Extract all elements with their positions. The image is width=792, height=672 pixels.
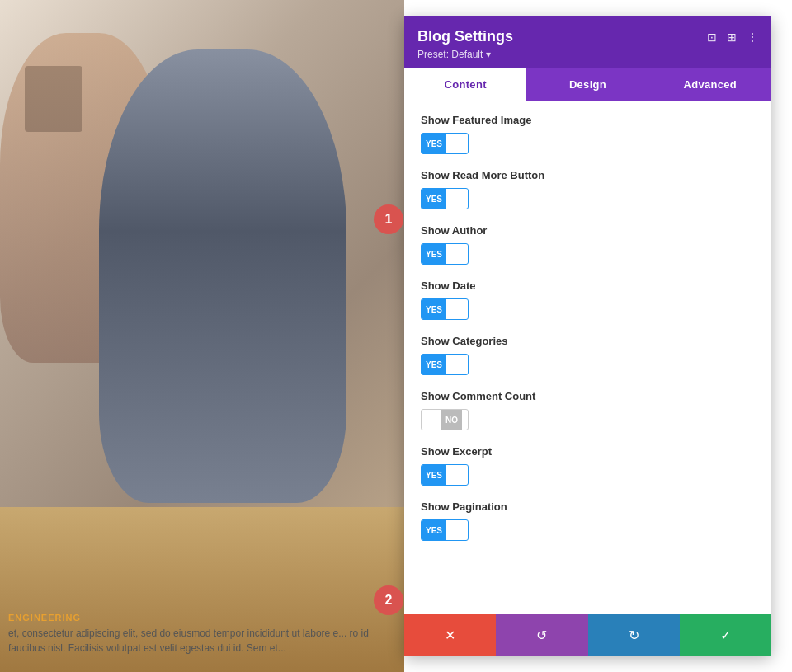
setting-label-read-more: Show Read More Button (421, 169, 755, 181)
toggle-read-more[interactable]: YES (421, 188, 469, 209)
toggle-knob (449, 467, 464, 483)
setting-categories: Show Categories YES (421, 335, 755, 375)
toggle-knob (449, 522, 464, 538)
save-button[interactable]: ✓ (680, 614, 771, 656)
toggle-featured-image[interactable]: YES (421, 133, 469, 154)
setting-date: Show Date YES (421, 280, 755, 320)
panel-footer: ✕ ↺ ↻ ✓ (404, 614, 771, 656)
blog-settings-panel: Blog Settings ⊡ ⊞ ⋮ Preset: Default ▾ Co… (404, 16, 771, 656)
more-icon[interactable]: ⋮ (747, 31, 758, 44)
toggle-excerpt[interactable]: YES (421, 464, 469, 486)
setting-author: Show Author YES (421, 224, 755, 265)
toggle-knob (449, 190, 464, 207)
toggle-knob (449, 246, 464, 262)
toggle-pagination[interactable]: YES (421, 519, 469, 541)
setting-excerpt: Show Excerpt YES (421, 445, 755, 486)
toggle-knob (449, 135, 464, 152)
panel-header: Blog Settings ⊡ ⊞ ⋮ Preset: Default ▾ (404, 16, 771, 68)
panel-header-icons: ⊡ ⊞ ⋮ (707, 31, 758, 44)
setting-label-featured-image: Show Featured Image (421, 114, 755, 126)
tab-content[interactable]: Content (404, 68, 526, 101)
preset-label[interactable]: Preset: Default ▾ (417, 49, 758, 60)
toggle-comment-count[interactable]: NO (421, 409, 469, 430)
tab-design[interactable]: Design (526, 68, 648, 101)
toggle-categories[interactable]: YES (421, 354, 469, 375)
setting-pagination: Show Pagination YES (421, 500, 755, 541)
article-preview: ENGINEERING et, consectetur adipiscing e… (8, 613, 388, 656)
setting-read-more: Show Read More Button YES (421, 169, 755, 209)
toggle-knob (449, 356, 464, 373)
setting-label-pagination: Show Pagination (421, 500, 755, 513)
step-badge-1: 1 (374, 204, 403, 234)
article-category: ENGINEERING (8, 613, 388, 623)
step-badge-2: 2 (374, 585, 403, 615)
panel-body: Show Featured Image YES Show Read More B… (404, 101, 771, 614)
article-excerpt: et, consectetur adipiscing elit, sed do … (8, 626, 388, 656)
redo-button[interactable]: ↻ (588, 614, 680, 656)
toggle-date[interactable]: YES (421, 298, 469, 320)
setting-label-comment-count: Show Comment Count (421, 390, 755, 402)
setting-label-categories: Show Categories (421, 335, 755, 347)
setting-comment-count: Show Comment Count NO (421, 390, 755, 430)
undo-button[interactable]: ↺ (496, 614, 587, 656)
setting-label-excerpt: Show Excerpt (421, 445, 755, 458)
background-area (0, 0, 404, 672)
toggle-author[interactable]: YES (421, 243, 469, 265)
columns-icon[interactable]: ⊞ (727, 31, 737, 44)
setting-label-author: Show Author (421, 224, 755, 237)
setting-label-date: Show Date (421, 280, 755, 292)
toggle-knob (424, 411, 439, 428)
panel-tabs: Content Design Advanced (404, 68, 771, 101)
frame-icon[interactable]: ⊡ (707, 31, 717, 44)
cancel-button[interactable]: ✕ (404, 614, 496, 656)
tab-advanced[interactable]: Advanced (649, 68, 771, 101)
person1-decoration (99, 49, 346, 503)
toggle-knob (449, 301, 464, 317)
panel-title: Blog Settings (417, 28, 513, 45)
setting-featured-image: Show Featured Image YES (421, 114, 755, 154)
